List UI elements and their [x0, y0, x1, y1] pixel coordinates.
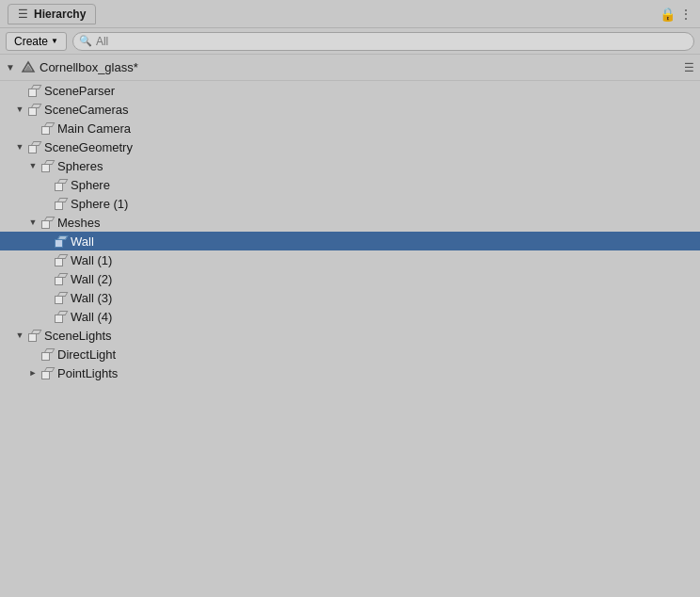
- cube-icon: [40, 121, 55, 136]
- tree-item-meshes[interactable]: ▼ Meshes: [0, 213, 700, 232]
- cube-icon: [53, 290, 68, 305]
- scene-expand-arrow: ▼: [6, 62, 17, 73]
- item-label-wall: Wall: [71, 234, 94, 249]
- tree-item-scene-parser[interactable]: ▼ SceneParser: [0, 81, 700, 100]
- cube-icon: [53, 234, 68, 249]
- tree-item-wall-2[interactable]: ▼ Wall (2): [0, 269, 700, 288]
- cube-icon: [53, 271, 68, 286]
- tree-item-wall-4[interactable]: ▼ Wall (4): [0, 307, 700, 326]
- expand-toggle[interactable]: ▼: [13, 137, 26, 156]
- item-label-wall-1: Wall (1): [71, 253, 112, 267]
- scene-menu-icon[interactable]: ☰: [684, 61, 694, 74]
- create-dropdown-arrow: ▼: [51, 37, 58, 45]
- expand-toggle[interactable]: ▼: [26, 156, 40, 175]
- cube-icon: [40, 347, 55, 362]
- cube-icon: [53, 252, 68, 267]
- item-label-sphere-1: Sphere (1): [71, 197, 128, 211]
- hierarchy-panel: ☰ Hierarchy 🔒 ⋮ Create ▼ 🔍 ▼: [0, 0, 700, 597]
- item-label-point-lights: PointLights: [57, 366, 118, 380]
- item-label-wall-4: Wall (4): [71, 310, 112, 324]
- tree-item-sphere[interactable]: ▼ Sphere: [0, 175, 700, 194]
- scene-title: ▼ Cornellbox_glass*: [6, 60, 684, 75]
- panel-title-area: ☰ Hierarchy: [8, 4, 96, 24]
- tree-item-sphere-1[interactable]: ▼ Sphere (1): [0, 194, 700, 213]
- scene-name: Cornellbox_glass*: [40, 60, 138, 74]
- cube-icon: [40, 158, 55, 173]
- tree-item-scene-geometry[interactable]: ▼ SceneGeometry: [0, 137, 700, 156]
- item-label-spheres: Spheres: [57, 159, 103, 173]
- cube-icon: [40, 365, 55, 380]
- item-label-scene-geometry: SceneGeometry: [44, 140, 133, 154]
- item-label-main-camera: Main Camera: [57, 121, 131, 136]
- search-input[interactable]: [72, 32, 694, 51]
- cube-icon: [53, 177, 68, 192]
- tree-item-point-lights[interactable]: ► PointLights: [0, 363, 700, 382]
- expand-toggle[interactable]: ►: [26, 363, 40, 382]
- panel-menu-icon[interactable]: ⋮: [679, 7, 692, 22]
- expand-toggle[interactable]: ▼: [13, 326, 26, 345]
- expand-toggle[interactable]: ▼: [13, 100, 26, 119]
- create-button[interactable]: Create ▼: [6, 32, 67, 51]
- cube-icon: [26, 102, 41, 117]
- unity-scene-icon: [21, 60, 36, 75]
- tree-content: ▼ SceneParser▼ SceneCameras▼ Main Camera…: [0, 81, 700, 597]
- tree-item-wall-1[interactable]: ▼ Wall (1): [0, 250, 700, 269]
- item-label-meshes: Meshes: [57, 216, 101, 230]
- tree-item-scene-cameras[interactable]: ▼ SceneCameras: [0, 100, 700, 119]
- tree-item-direct-light[interactable]: ▼ DirectLight: [0, 345, 700, 363]
- tree-item-wall-3[interactable]: ▼ Wall (3): [0, 288, 700, 307]
- item-label-wall-2: Wall (2): [71, 272, 112, 286]
- item-label-scene-parser: SceneParser: [44, 84, 115, 98]
- toolbar: Create ▼ 🔍: [0, 28, 700, 55]
- cube-icon: [26, 139, 41, 154]
- item-label-scene-cameras: SceneCameras: [44, 103, 129, 117]
- tree-item-wall[interactable]: ▼ Wall: [0, 232, 700, 250]
- lock-icon[interactable]: 🔒: [660, 7, 676, 22]
- panel-controls: 🔒 ⋮: [660, 7, 692, 22]
- cube-icon: [53, 196, 68, 211]
- tree-item-scene-lights[interactable]: ▼ SceneLights: [0, 326, 700, 345]
- create-label: Create: [14, 35, 48, 48]
- hierarchy-icon: ☰: [18, 8, 28, 21]
- cube-icon: [26, 83, 41, 98]
- panel-title: Hierarchy: [34, 8, 86, 21]
- item-label-wall-3: Wall (3): [71, 291, 112, 305]
- cube-icon: [26, 328, 41, 343]
- panel-header: ☰ Hierarchy 🔒 ⋮: [0, 0, 700, 28]
- cube-icon: [40, 215, 55, 230]
- search-icon: 🔍: [79, 35, 92, 47]
- search-container: 🔍: [72, 32, 694, 51]
- tree-item-spheres[interactable]: ▼ Spheres: [0, 156, 700, 175]
- tree-item-main-camera[interactable]: ▼ Main Camera: [0, 119, 700, 137]
- expand-toggle[interactable]: ▼: [26, 213, 40, 232]
- scene-header[interactable]: ▼ Cornellbox_glass* ☰: [0, 55, 700, 81]
- item-label-scene-lights: SceneLights: [44, 329, 112, 343]
- item-label-direct-light: DirectLight: [57, 347, 116, 362]
- item-label-sphere: Sphere: [71, 178, 110, 192]
- cube-icon: [53, 309, 68, 324]
